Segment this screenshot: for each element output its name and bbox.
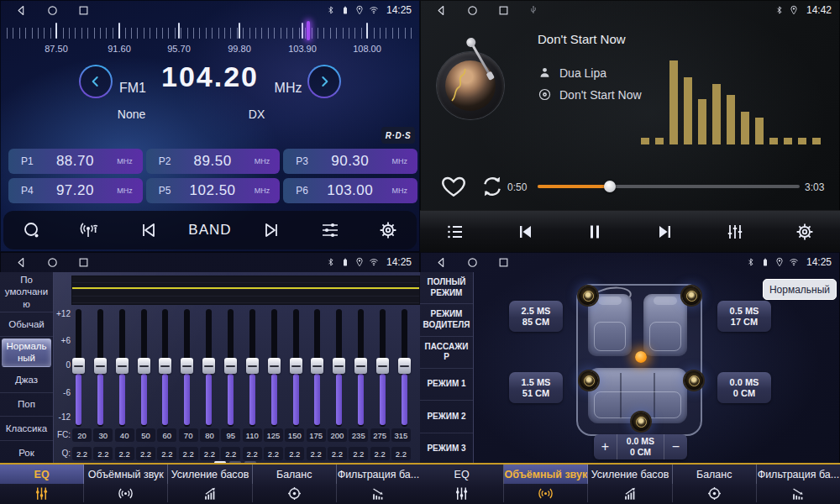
seek-bar-thumb[interactable] <box>604 181 616 192</box>
eq-preset-item[interactable]: Классика <box>0 417 53 441</box>
eq-band-slider[interactable] <box>94 309 107 427</box>
eq-slider-thumb[interactable] <box>138 358 150 374</box>
next-station-button[interactable] <box>255 213 289 247</box>
tab-bass-filter[interactable]: Фильтрация ба... <box>757 465 840 484</box>
eq-slider-thumb[interactable] <box>159 358 171 374</box>
eq-slider-thumb[interactable] <box>181 358 193 374</box>
subwoofer-delay-decrease-button[interactable]: − <box>664 434 687 459</box>
eq-slider-thumb[interactable] <box>116 358 129 374</box>
eq-preset-item[interactable]: По умолчанию <box>0 272 53 312</box>
tab-eq[interactable]: EQ <box>420 465 504 484</box>
tab-eq-button[interactable] <box>0 484 84 502</box>
front-left-delay-button[interactable]: 2.5 MS 85 CM <box>509 301 563 332</box>
next-track-button[interactable] <box>648 215 682 249</box>
eq-band-slider[interactable] <box>159 309 171 427</box>
tab-eq-button[interactable] <box>420 484 504 502</box>
player-eq-button[interactable] <box>718 215 752 249</box>
band-button[interactable]: BAND <box>188 222 231 239</box>
seek-bar[interactable] <box>538 185 800 188</box>
tab-bass-boost-button[interactable] <box>168 484 252 502</box>
eq-band-slider[interactable] <box>224 309 237 427</box>
eq-slider-thumb[interactable] <box>290 358 302 374</box>
radio-broadcast-button[interactable] <box>73 213 107 247</box>
tab-balance-button[interactable] <box>673 484 757 502</box>
tab-balance[interactable]: Баланс <box>253 465 337 484</box>
eq-slider-thumb[interactable] <box>94 358 107 374</box>
eq-slider-thumb[interactable] <box>333 358 345 374</box>
eq-slider-thumb[interactable] <box>72 358 85 374</box>
surround-preset-button[interactable]: Нормальный <box>763 279 837 300</box>
tab-bass-filter-button[interactable] <box>757 484 840 502</box>
radio-eq-button[interactable] <box>313 213 347 247</box>
station-scan-button[interactable] <box>15 213 49 247</box>
rear-right-speaker-icon[interactable] <box>685 371 703 390</box>
tuner-dial-ticks[interactable] <box>7 28 413 39</box>
previous-station-button[interactable] <box>131 213 165 247</box>
rear-left-delay-button[interactable]: 1.5 MS 51 CM <box>509 372 563 403</box>
eq-preset-item[interactable]: Нормальный <box>2 339 51 367</box>
eq-slider-thumb[interactable] <box>224 358 237 374</box>
eq-slider-thumb[interactable] <box>202 358 215 374</box>
tab-bass-filter[interactable]: Фильтрация ба... <box>337 465 420 484</box>
surround-mode-item[interactable]: РЕЖИМ 3 <box>420 433 473 465</box>
eq-band-slider[interactable] <box>290 309 302 427</box>
eq-band-slider[interactable] <box>246 309 259 427</box>
eq-band-slider[interactable] <box>72 309 85 427</box>
previous-track-button[interactable] <box>508 215 542 249</box>
subwoofer-speaker-icon[interactable] <box>632 412 650 431</box>
eq-preset-item[interactable]: Рок <box>0 441 53 465</box>
eq-band-slider[interactable] <box>138 309 150 427</box>
tab-surround-sound-button[interactable] <box>504 484 588 502</box>
tab-bass-filter-button[interactable] <box>337 484 420 502</box>
tab-bass-boost-button[interactable] <box>588 484 672 502</box>
radio-preset-p2[interactable]: P289.50MHz <box>146 149 281 174</box>
tab-surround-sound[interactable]: Объёмный звук <box>84 465 168 484</box>
nav-home-button[interactable] <box>46 256 59 269</box>
nav-back-button[interactable] <box>15 4 28 17</box>
rear-right-delay-button[interactable]: 0.0 MS 0 CM <box>717 372 771 403</box>
eq-slider-thumb[interactable] <box>376 358 389 374</box>
eq-band-slider[interactable] <box>268 309 281 427</box>
eq-band-slider[interactable] <box>354 309 367 427</box>
eq-band-slider[interactable] <box>333 309 345 427</box>
playlist-button[interactable] <box>438 215 472 249</box>
subwoofer-delay-increase-button[interactable]: + <box>594 434 617 459</box>
surround-mode-item[interactable]: РЕЖИМ 2 <box>420 401 473 433</box>
eq-preset-item[interactable]: Обычай <box>0 312 53 337</box>
tab-surround-sound-button[interactable] <box>84 484 168 502</box>
surround-mode-item[interactable]: РЕЖИМ 1 <box>420 369 473 401</box>
tune-up-button[interactable] <box>307 65 341 98</box>
nav-recents-button[interactable] <box>77 4 90 17</box>
rear-left-speaker-icon[interactable] <box>580 371 598 390</box>
front-left-speaker-icon[interactable] <box>579 286 597 305</box>
eq-slider-thumb[interactable] <box>398 358 411 374</box>
tab-balance[interactable]: Баланс <box>673 465 757 484</box>
eq-slider-thumb[interactable] <box>268 358 281 374</box>
eq-band-slider[interactable] <box>181 309 193 427</box>
favorite-button[interactable] <box>440 173 467 200</box>
eq-preset-item[interactable]: Джаз <box>0 369 53 393</box>
radio-preset-p1[interactable]: P188.70MHz <box>8 149 143 174</box>
nav-home-button[interactable] <box>46 4 59 17</box>
nav-back-button[interactable] <box>435 256 448 269</box>
surround-mode-item[interactable]: ПОЛНЫЙ РЕЖИМ <box>420 272 473 304</box>
eq-band-slider[interactable] <box>398 309 411 427</box>
radio-preset-p4[interactable]: P497.20MHz <box>8 178 143 203</box>
radio-preset-p6[interactable]: P6103.00MHz <box>283 178 417 203</box>
pause-button[interactable] <box>578 215 612 249</box>
nav-back-button[interactable] <box>435 4 448 17</box>
eq-band-slider[interactable] <box>311 309 323 427</box>
listening-position-indicator[interactable] <box>635 351 647 363</box>
front-right-delay-button[interactable]: 0.5 MS 17 CM <box>717 301 771 332</box>
eq-band-slider[interactable] <box>376 309 389 427</box>
player-settings-button[interactable] <box>788 215 822 249</box>
surround-mode-item[interactable]: РЕЖИМ ВОДИТЕЛЯ <box>420 304 473 336</box>
nav-recents-button[interactable] <box>497 256 510 269</box>
front-right-speaker-icon[interactable] <box>682 286 701 305</box>
tab-bass-boost[interactable]: Усиление басов <box>168 465 252 484</box>
eq-slider-thumb[interactable] <box>246 358 259 374</box>
nav-home-button[interactable] <box>466 256 479 269</box>
eq-slider-thumb[interactable] <box>354 358 367 374</box>
radio-settings-button[interactable] <box>371 213 405 247</box>
repeat-button[interactable] <box>479 173 506 200</box>
